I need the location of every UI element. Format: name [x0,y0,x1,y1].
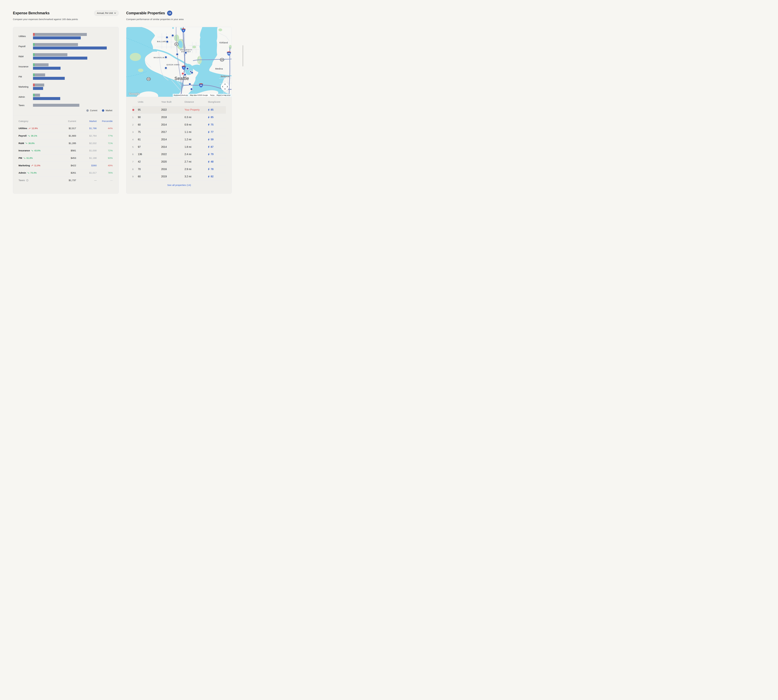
scrollbar-thumb[interactable] [242,45,243,67]
percentile-value: 77% [97,134,113,137]
row-marker-cell: 1 [132,116,138,119]
row-index: 8 [132,168,134,170]
category-cell: Insurance43.6% [18,149,59,152]
year-built-value: 2017 [161,131,185,133]
comparable-row[interactable]: 96020193.2 mi82 [132,173,226,180]
current-bar [33,73,45,77]
row-marker-cell: 7 [132,160,138,163]
trend-down-icon [23,157,26,159]
attribution-link[interactable]: Report a map error [215,94,232,97]
comparable-row[interactable]: 59720141.8 mi87 [132,143,226,151]
comparable-property-marker[interactable] [171,34,174,37]
comparable-row[interactable]: 87020162.9 mi78 [132,165,226,173]
chart-category-group: PM [18,73,116,80]
row-index: 5 [132,146,134,148]
comparable-property-marker[interactable] [186,67,189,70]
comparable-row[interactable]: 952022Your Property85 [132,106,226,113]
trend-badge: 11.0% [31,164,40,167]
comparable-row[interactable]: 37520171.1 mi77 [132,128,226,136]
your-property-marker[interactable] [182,72,184,75]
market-bar [33,97,60,100]
trend-percent: 61.8% [27,157,33,159]
market-value: — [76,179,97,182]
trend-badge: 61.8% [23,157,33,159]
properties-map[interactable]: BALLARDMAGNOLIAQUEEN ANNEUNIVERSITY DIST… [126,27,232,97]
trend-indicator [33,83,35,87]
row-index: 9 [132,175,134,178]
comparable-property-marker[interactable] [164,67,167,70]
trend-down-icon [28,135,30,137]
trend-badge: 36.8% [25,142,35,145]
score-number: 77 [211,131,214,133]
current-value: $453 [59,157,76,160]
trend-down-icon [27,172,30,174]
comparables-panel-header: Comparable Properties 14 Compare perform… [126,10,232,27]
bolt-icon [208,175,210,178]
legend-dot [86,109,89,112]
col-header-distance: Distance [185,100,208,103]
row-marker-cell: 8 [132,168,138,171]
market-bar [33,57,87,60]
market-value: $1,030 [76,149,97,152]
comparable-row[interactable]: 26020140.9 mi75 [132,121,226,128]
comparable-row[interactable]: 613620222.4 mi79 [132,151,226,158]
category-cell: Marketing11.0% [18,164,59,167]
comparable-property-marker[interactable] [190,88,193,90]
distance-value: 1.2 mi [185,138,208,141]
comparable-property-marker[interactable] [165,36,169,39]
map-pan-control[interactable] [221,82,229,91]
taxes-info-icon[interactable] [26,179,28,182]
units-value: 42 [138,160,161,163]
bolt-icon [208,116,210,119]
col-header-units: Units [138,100,161,103]
trend-up-icon [31,165,33,166]
market-bar [33,47,107,50]
chart-category-group: Taxes [18,104,116,107]
col-header-percentile: Percentile [97,120,113,123]
period-filter-dropdown[interactable]: Annual, Per Unit [94,10,119,16]
current-value: $422 [59,164,76,167]
units-value: 60 [138,175,161,178]
year-built-value: 2020 [161,160,185,163]
attribution-link[interactable]: Terms [209,94,215,97]
units-value: 136 [138,153,161,156]
comparable-property-marker[interactable] [166,40,169,43]
pan-down-icon [224,88,226,90]
score-number: 87 [211,146,214,148]
category-label: Admin [18,172,26,174]
bolt-icon [208,153,210,156]
period-filter-label: Annual, Per Unit [97,12,113,14]
distance-value: 2.4 mi [185,153,208,156]
score-number: 48 [211,160,214,163]
current-value: $2,017 [59,127,76,130]
market-value: $1,017 [76,172,97,174]
comparable-properties-section: Comparable Properties 14 Compare perform… [126,10,232,194]
see-all-properties-link[interactable]: See all properties (14) [132,184,226,187]
expense-table-row: R&M36.8%$1,285$2,03271% [18,139,113,147]
current-bar [33,53,67,56]
category-label: Taxes [18,179,25,182]
expense-title: Expense Benchmarks [13,11,50,15]
slungscore-value: 87 [208,146,226,148]
comparables-count-badge: 14 [167,11,172,16]
comparable-property-marker[interactable] [164,56,167,59]
comparable-property-marker[interactable] [188,83,191,85]
comparable-row[interactable]: 74220202.7 mi48 [132,158,226,165]
attribution-link[interactable]: Keyboard shortcuts [173,94,189,97]
comparable-property-marker[interactable] [184,51,187,54]
chart-category-group: Utilities [18,33,116,39]
comparable-row[interactable]: 19020180.3 mi85 [132,113,226,121]
comparable-row[interactable]: 46120141.2 mi59 [132,136,226,143]
comparable-property-marker[interactable] [190,71,194,74]
comparable-property-marker[interactable] [176,53,179,56]
current-bar [33,93,40,97]
col-header-slungscore: SlungScore [208,100,226,103]
distance-value: Your Property [185,108,208,111]
chart-bars [33,33,116,39]
property-dot [132,109,134,111]
info-icon[interactable] [26,179,28,182]
year-built-value: 2022 [161,108,185,111]
category-cell: Utilities12.9% [18,127,59,130]
year-built-value: 2016 [161,168,185,171]
current-value: $1,285 [59,142,76,145]
